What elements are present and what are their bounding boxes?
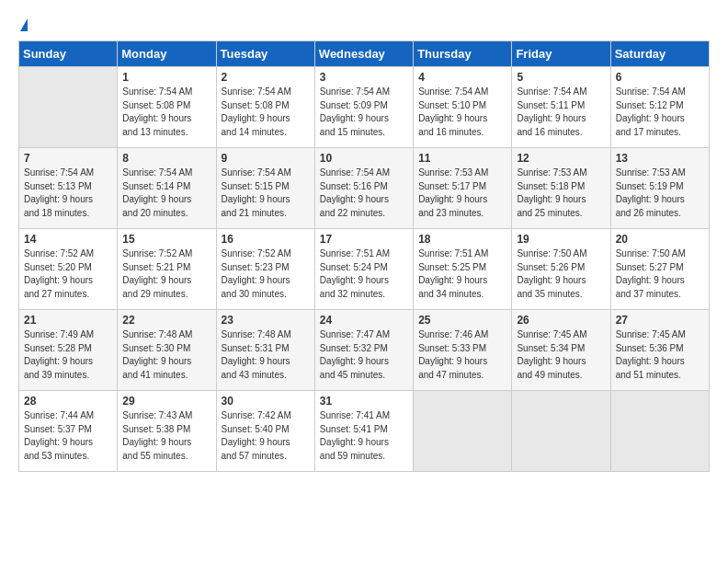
day-info: Sunrise: 7:54 AM Sunset: 5:08 PM Dayligh… bbox=[222, 86, 310, 139]
calendar-cell: 28Sunrise: 7:44 AM Sunset: 5:37 PM Dayli… bbox=[19, 391, 118, 472]
day-info: Sunrise: 7:51 AM Sunset: 5:25 PM Dayligh… bbox=[418, 247, 506, 301]
column-header-friday: Friday bbox=[512, 41, 610, 67]
calendar-header-row: SundayMondayTuesdayWednesdayThursdayFrid… bbox=[19, 41, 710, 67]
calendar-cell: 13Sunrise: 7:53 AM Sunset: 5:19 PM Dayli… bbox=[610, 148, 709, 229]
calendar-cell: 17Sunrise: 7:51 AM Sunset: 5:24 PM Dayli… bbox=[314, 229, 413, 310]
day-info: Sunrise: 7:52 AM Sunset: 5:20 PM Dayligh… bbox=[24, 247, 112, 301]
day-info: Sunrise: 7:50 AM Sunset: 5:27 PM Dayligh… bbox=[616, 247, 704, 301]
column-header-monday: Monday bbox=[118, 41, 216, 67]
calendar-week-row: 1Sunrise: 7:54 AM Sunset: 5:08 PM Daylig… bbox=[19, 67, 710, 148]
calendar-cell: 25Sunrise: 7:46 AM Sunset: 5:33 PM Dayli… bbox=[414, 310, 512, 391]
calendar-cell: 27Sunrise: 7:45 AM Sunset: 5:36 PM Dayli… bbox=[610, 310, 709, 391]
day-number: 20 bbox=[616, 233, 704, 246]
day-info: Sunrise: 7:45 AM Sunset: 5:36 PM Dayligh… bbox=[616, 328, 704, 382]
calendar-cell: 29Sunrise: 7:43 AM Sunset: 5:38 PM Dayli… bbox=[118, 391, 216, 472]
calendar-cell: 22Sunrise: 7:48 AM Sunset: 5:30 PM Dayli… bbox=[118, 310, 216, 391]
calendar-week-row: 7Sunrise: 7:54 AM Sunset: 5:13 PM Daylig… bbox=[19, 148, 710, 229]
day-number: 4 bbox=[418, 71, 506, 84]
day-info: Sunrise: 7:52 AM Sunset: 5:21 PM Dayligh… bbox=[122, 247, 210, 301]
calendar-cell: 12Sunrise: 7:53 AM Sunset: 5:18 PM Dayli… bbox=[512, 148, 610, 229]
calendar-week-row: 14Sunrise: 7:52 AM Sunset: 5:20 PM Dayli… bbox=[19, 229, 710, 310]
column-header-sunday: Sunday bbox=[19, 41, 118, 67]
calendar-cell: 31Sunrise: 7:41 AM Sunset: 5:41 PM Dayli… bbox=[314, 391, 413, 472]
day-number: 29 bbox=[122, 395, 210, 408]
calendar-cell: 15Sunrise: 7:52 AM Sunset: 5:21 PM Dayli… bbox=[118, 229, 216, 310]
day-info: Sunrise: 7:41 AM Sunset: 5:41 PM Dayligh… bbox=[320, 409, 408, 463]
day-info: Sunrise: 7:53 AM Sunset: 5:18 PM Dayligh… bbox=[517, 167, 605, 220]
day-info: Sunrise: 7:43 AM Sunset: 5:38 PM Dayligh… bbox=[122, 409, 210, 463]
day-number: 8 bbox=[122, 152, 210, 165]
day-info: Sunrise: 7:48 AM Sunset: 5:31 PM Dayligh… bbox=[222, 328, 310, 382]
calendar-cell: 11Sunrise: 7:53 AM Sunset: 5:17 PM Dayli… bbox=[414, 148, 512, 229]
column-header-thursday: Thursday bbox=[414, 41, 512, 67]
day-info: Sunrise: 7:52 AM Sunset: 5:23 PM Dayligh… bbox=[222, 247, 310, 301]
calendar-cell: 9Sunrise: 7:54 AM Sunset: 5:15 PM Daylig… bbox=[216, 148, 314, 229]
day-number: 22 bbox=[122, 314, 210, 327]
calendar-cell: 8Sunrise: 7:54 AM Sunset: 5:14 PM Daylig… bbox=[118, 148, 216, 229]
calendar-cell bbox=[414, 391, 512, 472]
calendar-cell: 7Sunrise: 7:54 AM Sunset: 5:13 PM Daylig… bbox=[19, 148, 118, 229]
column-header-saturday: Saturday bbox=[610, 41, 709, 67]
day-info: Sunrise: 7:54 AM Sunset: 5:16 PM Dayligh… bbox=[320, 167, 408, 220]
day-info: Sunrise: 7:48 AM Sunset: 5:30 PM Dayligh… bbox=[122, 328, 210, 382]
day-info: Sunrise: 7:50 AM Sunset: 5:26 PM Dayligh… bbox=[517, 247, 605, 301]
day-info: Sunrise: 7:54 AM Sunset: 5:12 PM Dayligh… bbox=[616, 86, 704, 139]
calendar-cell: 14Sunrise: 7:52 AM Sunset: 5:20 PM Dayli… bbox=[19, 229, 118, 310]
day-info: Sunrise: 7:49 AM Sunset: 5:28 PM Dayligh… bbox=[24, 328, 112, 382]
day-number: 3 bbox=[320, 71, 408, 84]
calendar-cell: 26Sunrise: 7:45 AM Sunset: 5:34 PM Dayli… bbox=[512, 310, 610, 391]
calendar-cell: 3Sunrise: 7:54 AM Sunset: 5:09 PM Daylig… bbox=[314, 67, 413, 148]
column-header-tuesday: Tuesday bbox=[216, 41, 314, 67]
day-number: 21 bbox=[24, 314, 112, 327]
day-number: 12 bbox=[517, 152, 605, 165]
day-info: Sunrise: 7:54 AM Sunset: 5:09 PM Dayligh… bbox=[320, 86, 408, 139]
day-info: Sunrise: 7:45 AM Sunset: 5:34 PM Dayligh… bbox=[517, 328, 605, 382]
day-number: 30 bbox=[222, 395, 310, 408]
day-number: 1 bbox=[122, 71, 210, 84]
day-number: 28 bbox=[24, 395, 112, 408]
day-info: Sunrise: 7:54 AM Sunset: 5:14 PM Dayligh… bbox=[122, 167, 210, 220]
day-number: 17 bbox=[320, 233, 408, 246]
day-info: Sunrise: 7:54 AM Sunset: 5:11 PM Dayligh… bbox=[517, 86, 605, 139]
day-number: 6 bbox=[616, 71, 704, 84]
calendar-cell bbox=[610, 391, 709, 472]
calendar-week-row: 28Sunrise: 7:44 AM Sunset: 5:37 PM Dayli… bbox=[19, 391, 710, 472]
day-info: Sunrise: 7:54 AM Sunset: 5:13 PM Dayligh… bbox=[24, 167, 112, 220]
calendar-cell: 30Sunrise: 7:42 AM Sunset: 5:40 PM Dayli… bbox=[216, 391, 314, 472]
column-header-wednesday: Wednesday bbox=[314, 41, 413, 67]
day-number: 27 bbox=[616, 314, 704, 327]
day-number: 2 bbox=[222, 71, 310, 84]
calendar-table: SundayMondayTuesdayWednesdayThursdayFrid… bbox=[18, 40, 710, 472]
day-info: Sunrise: 7:42 AM Sunset: 5:40 PM Dayligh… bbox=[222, 409, 310, 463]
calendar-cell: 1Sunrise: 7:54 AM Sunset: 5:08 PM Daylig… bbox=[118, 67, 216, 148]
calendar-cell: 2Sunrise: 7:54 AM Sunset: 5:08 PM Daylig… bbox=[216, 67, 314, 148]
day-number: 14 bbox=[24, 233, 112, 246]
day-info: Sunrise: 7:47 AM Sunset: 5:32 PM Dayligh… bbox=[320, 328, 408, 382]
day-info: Sunrise: 7:51 AM Sunset: 5:24 PM Dayligh… bbox=[320, 247, 408, 301]
calendar-week-row: 21Sunrise: 7:49 AM Sunset: 5:28 PM Dayli… bbox=[19, 310, 710, 391]
day-number: 26 bbox=[517, 314, 605, 327]
page-header bbox=[18, 18, 710, 31]
calendar-cell: 19Sunrise: 7:50 AM Sunset: 5:26 PM Dayli… bbox=[512, 229, 610, 310]
day-number: 11 bbox=[418, 152, 506, 165]
day-number: 15 bbox=[122, 233, 210, 246]
day-number: 25 bbox=[418, 314, 506, 327]
day-number: 18 bbox=[418, 233, 506, 246]
day-info: Sunrise: 7:46 AM Sunset: 5:33 PM Dayligh… bbox=[418, 328, 506, 382]
calendar-cell: 21Sunrise: 7:49 AM Sunset: 5:28 PM Dayli… bbox=[19, 310, 118, 391]
day-number: 5 bbox=[517, 71, 605, 84]
calendar-cell: 4Sunrise: 7:54 AM Sunset: 5:10 PM Daylig… bbox=[414, 67, 512, 148]
day-info: Sunrise: 7:54 AM Sunset: 5:08 PM Dayligh… bbox=[122, 86, 210, 139]
calendar-cell: 24Sunrise: 7:47 AM Sunset: 5:32 PM Dayli… bbox=[314, 310, 413, 391]
day-info: Sunrise: 7:54 AM Sunset: 5:15 PM Dayligh… bbox=[222, 167, 310, 220]
calendar-cell bbox=[19, 67, 118, 148]
calendar-cell: 16Sunrise: 7:52 AM Sunset: 5:23 PM Dayli… bbox=[216, 229, 314, 310]
logo bbox=[18, 18, 28, 31]
day-number: 13 bbox=[616, 152, 704, 165]
day-number: 16 bbox=[222, 233, 310, 246]
calendar-cell bbox=[512, 391, 610, 472]
day-info: Sunrise: 7:53 AM Sunset: 5:17 PM Dayligh… bbox=[418, 167, 506, 220]
day-number: 10 bbox=[320, 152, 408, 165]
logo-arrow-icon bbox=[20, 18, 28, 31]
day-number: 9 bbox=[222, 152, 310, 165]
